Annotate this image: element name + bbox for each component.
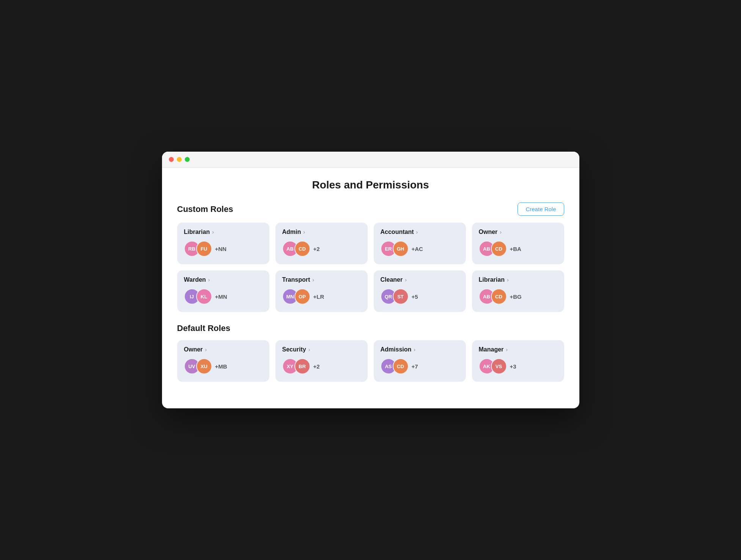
role-card-header: Admin› xyxy=(282,229,361,235)
role-card-custom-roles-7[interactable]: Librarian›ABCD+BG xyxy=(472,270,564,312)
role-card-header: Owner› xyxy=(479,229,557,235)
avatars-row: ABCD+BA xyxy=(479,241,557,257)
chevron-right-icon: › xyxy=(416,229,418,235)
extra-count: +NN xyxy=(215,246,227,252)
avatar-1: CD xyxy=(491,289,507,304)
avatars-row: QRST+5 xyxy=(381,289,459,304)
roles-grid-custom-roles: Librarian›RBFU+NNAdmin›ABCD+2Accountant›… xyxy=(177,223,564,312)
role-card-header: Transport› xyxy=(282,276,361,283)
role-name: Owner xyxy=(479,229,498,235)
extra-count: +5 xyxy=(412,293,418,300)
extra-count: +BG xyxy=(510,293,522,300)
role-card-custom-roles-2[interactable]: Accountant›ERGH+AC xyxy=(374,223,466,264)
avatar-1: VS xyxy=(491,358,507,374)
app-window: Roles and Permissions Custom RolesCreate… xyxy=(162,152,579,408)
extra-count: +2 xyxy=(313,363,320,370)
avatars-row: IJKL+MN xyxy=(184,289,263,304)
section-header-default-roles: Default Roles xyxy=(177,323,564,333)
role-card-header: Admission› xyxy=(381,346,459,353)
role-card-header: Owner› xyxy=(184,346,263,353)
avatar-1: ST xyxy=(393,289,409,304)
avatars-row: ABCD+2 xyxy=(282,241,361,257)
chevron-right-icon: › xyxy=(507,277,509,283)
avatar-1: XU xyxy=(196,358,212,374)
avatars-row: ASCD+7 xyxy=(381,358,459,374)
role-name: Manager xyxy=(479,346,504,353)
role-card-default-roles-2[interactable]: Admission›ASCD+7 xyxy=(374,340,466,382)
role-card-header: Librarian› xyxy=(184,229,263,235)
avatar-1: FU xyxy=(196,241,212,257)
extra-count: +3 xyxy=(510,363,516,370)
section-custom-roles: Custom RolesCreate RoleLibrarian›RBFU+NN… xyxy=(177,202,564,312)
avatars-row: AKVS+3 xyxy=(479,358,557,374)
role-name: Librarian xyxy=(184,229,210,235)
avatars-row: ERGH+AC xyxy=(381,241,459,257)
avatar-1: KL xyxy=(196,289,212,304)
chevron-right-icon: › xyxy=(212,229,214,235)
chevron-right-icon: › xyxy=(506,347,508,353)
avatars-row: MNOP+LR xyxy=(282,289,361,304)
chevron-right-icon: › xyxy=(500,229,502,235)
section-title-custom-roles: Custom Roles xyxy=(177,204,233,214)
extra-count: +BA xyxy=(510,246,521,252)
chevron-right-icon: › xyxy=(208,277,210,283)
chevron-right-icon: › xyxy=(405,277,407,283)
avatar-1: GH xyxy=(393,241,409,257)
avatars-row: RBFU+NN xyxy=(184,241,263,257)
minimize-dot[interactable] xyxy=(177,157,182,162)
extra-count: +2 xyxy=(313,246,320,252)
section-header-custom-roles: Custom RolesCreate Role xyxy=(177,202,564,216)
chevron-right-icon: › xyxy=(205,347,207,353)
avatars-row: UVXU+MB xyxy=(184,358,263,374)
role-card-header: Librarian› xyxy=(479,276,557,283)
chevron-right-icon: › xyxy=(308,347,310,353)
role-name: Owner xyxy=(184,346,203,353)
sections-container: Custom RolesCreate RoleLibrarian›RBFU+NN… xyxy=(177,202,564,382)
role-card-custom-roles-3[interactable]: Owner›ABCD+BA xyxy=(472,223,564,264)
avatar-1: CD xyxy=(294,241,310,257)
create-role-button[interactable]: Create Role xyxy=(518,202,564,216)
role-card-custom-roles-1[interactable]: Admin›ABCD+2 xyxy=(275,223,368,264)
maximize-dot[interactable] xyxy=(185,157,190,162)
extra-count: +AC xyxy=(412,246,423,252)
close-dot[interactable] xyxy=(169,157,174,162)
main-content: Roles and Permissions Custom RolesCreate… xyxy=(162,168,579,408)
avatar-1: OP xyxy=(294,289,310,304)
role-card-custom-roles-4[interactable]: Warden›IJKL+MN xyxy=(177,270,269,312)
role-card-header: Warden› xyxy=(184,276,263,283)
role-card-header: Accountant› xyxy=(381,229,459,235)
chevron-right-icon: › xyxy=(312,277,314,283)
role-name: Librarian xyxy=(479,276,505,283)
role-card-default-roles-1[interactable]: Security›XYBR+2 xyxy=(275,340,368,382)
extra-count: +LR xyxy=(313,293,324,300)
page-title: Roles and Permissions xyxy=(177,179,564,191)
role-name: Accountant xyxy=(381,229,414,235)
role-name: Admission xyxy=(381,346,412,353)
extra-count: +MB xyxy=(215,363,227,370)
role-card-header: Manager› xyxy=(479,346,557,353)
role-card-custom-roles-5[interactable]: Transport›MNOP+LR xyxy=(275,270,368,312)
role-name: Security xyxy=(282,346,306,353)
role-card-custom-roles-0[interactable]: Librarian›RBFU+NN xyxy=(177,223,269,264)
role-name: Transport xyxy=(282,276,310,283)
chevron-right-icon: › xyxy=(414,347,415,353)
role-card-default-roles-0[interactable]: Owner›UVXU+MB xyxy=(177,340,269,382)
extra-count: +MN xyxy=(215,293,227,300)
role-name: Admin xyxy=(282,229,301,235)
extra-count: +7 xyxy=(412,363,418,370)
role-card-header: Security› xyxy=(282,346,361,353)
role-name: Cleaner xyxy=(381,276,403,283)
role-name: Warden xyxy=(184,276,206,283)
roles-grid-default-roles: Owner›UVXU+MBSecurity›XYBR+2Admission›AS… xyxy=(177,340,564,382)
avatar-1: BR xyxy=(294,358,310,374)
avatar-1: CD xyxy=(491,241,507,257)
avatars-row: ABCD+BG xyxy=(479,289,557,304)
avatar-1: CD xyxy=(393,358,409,374)
section-default-roles: Default RolesOwner›UVXU+MBSecurity›XYBR+… xyxy=(177,323,564,382)
avatars-row: XYBR+2 xyxy=(282,358,361,374)
role-card-custom-roles-6[interactable]: Cleaner›QRST+5 xyxy=(374,270,466,312)
role-card-header: Cleaner› xyxy=(381,276,459,283)
chevron-right-icon: › xyxy=(303,229,305,235)
section-title-default-roles: Default Roles xyxy=(177,323,231,333)
role-card-default-roles-3[interactable]: Manager›AKVS+3 xyxy=(472,340,564,382)
